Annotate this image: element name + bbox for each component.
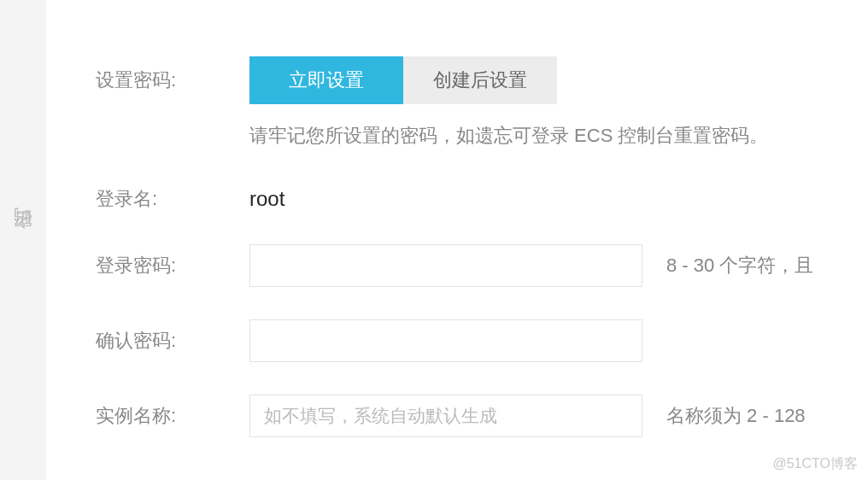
confirm-password-input[interactable] <box>249 319 642 362</box>
row-instance-name: 实例名称: 名称须为 2 - 128 <box>96 395 868 437</box>
tab-set-now[interactable]: 立即设置 <box>249 56 403 104</box>
side-rail-label: 密码 <box>10 235 36 245</box>
hint-name-rule: 名称须为 2 - 128 <box>666 403 806 429</box>
value-login-name: root <box>249 187 284 211</box>
label-set-password: 设置密码: <box>96 67 249 93</box>
label-confirm-password: 确认密码: <box>96 328 249 354</box>
form-content: 设置密码: 立即设置 创建后设置 请牢记您所设置的密码，如遗忘可登录 ECS 控… <box>46 0 868 480</box>
tab-set-later[interactable]: 创建后设置 <box>403 56 557 104</box>
row-login-name: 登录名: root <box>96 186 868 212</box>
row-confirm-password: 确认密码: <box>96 319 868 362</box>
instance-name-input[interactable] <box>249 395 642 437</box>
row-login-password: 登录密码: 8 - 30 个字符，且 <box>96 244 868 287</box>
password-timing-tabs: 立即设置 创建后设置 <box>249 56 557 104</box>
login-password-input[interactable] <box>249 244 642 287</box>
hint-remember-password: 请牢记您所设置的密码，如遗忘可登录 ECS 控制台重置密码。 <box>249 123 868 149</box>
label-login-name: 登录名: <box>96 186 249 212</box>
watermark: @51CTO博客 <box>772 455 858 473</box>
label-instance-name: 实例名称: <box>96 403 249 429</box>
label-login-password: 登录密码: <box>96 253 249 278</box>
hint-password-rule: 8 - 30 个字符，且 <box>666 253 813 278</box>
side-rail: 密码 <box>0 0 46 480</box>
row-set-password: 设置密码: 立即设置 创建后设置 <box>96 56 868 104</box>
